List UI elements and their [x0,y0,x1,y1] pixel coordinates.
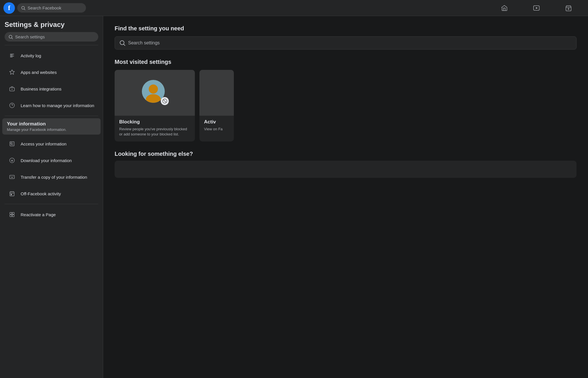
blocking-avatar [142,80,168,106]
svg-rect-26 [10,212,12,214]
apps-websites-icon [7,67,17,77]
sidebar-item-business-integrations[interactable]: Business integrations [2,81,101,97]
transfer-info-label: Transfer a copy of your information [21,175,87,180]
svg-line-31 [124,44,125,46]
sidebar-item-activity-log[interactable]: Activity log [2,48,101,64]
avatar-head [149,84,158,94]
svg-rect-27 [12,212,14,214]
activity-log-label: Activity log [21,53,41,58]
sidebar-search[interactable] [5,32,98,42]
marketplace-nav-button[interactable] [552,1,585,15]
off-facebook-icon [7,188,17,199]
sidebar-item-learn-manage[interactable]: Learn how to manage your information [2,97,101,113]
search-facebook-input[interactable] [28,5,82,10]
svg-line-33 [163,100,166,103]
svg-line-1 [24,9,25,10]
block-badge [161,97,169,105]
transfer-info-icon [7,172,17,182]
main-search-input[interactable] [128,40,572,46]
off-facebook-label: Off-Facebook activity [21,191,61,196]
access-info-icon [7,139,17,149]
business-integrations-icon [7,84,17,94]
top-navigation: f [0,0,588,16]
most-visited-title: Most visited settings [115,59,577,65]
your-information-subtitle: Manage your Facebook information. [7,127,96,132]
svg-point-17 [11,143,12,144]
settings-cards-row: Blocking Review people you've previously… [115,70,577,141]
business-integrations-label: Business integrations [21,86,62,91]
watch-nav-button[interactable] [520,1,552,15]
sidebar-divider-bot [5,204,98,204]
sidebar-item-off-facebook[interactable]: Off-Facebook activity [2,186,101,202]
svg-rect-29 [12,215,14,217]
sidebar-search-icon [9,35,13,39]
main-content: Find the setting you need Most visited s… [103,16,588,378]
access-info-label: Access your information [21,141,66,146]
avatar-body [146,94,161,103]
blocking-card[interactable]: Blocking Review people you've previously… [115,70,195,141]
activity-card-desc: View on Fa [204,127,229,132]
sidebar-divider-top [5,45,98,45]
your-information-title: Your information [7,121,96,127]
svg-point-4 [568,8,569,9]
nav-icons [488,1,585,15]
svg-rect-25 [11,194,12,195]
reactivate-page-label: Reactivate a Page [21,212,56,217]
looking-box [115,161,577,178]
home-nav-button[interactable] [488,1,520,15]
looking-title: Looking for something else? [115,151,577,157]
download-info-icon [7,155,17,166]
main-layout: Settings & privacy Activity log [0,16,588,378]
block-icon [162,99,167,104]
activity-log-icon [7,50,17,61]
sidebar-search-input[interactable] [15,34,94,39]
sidebar-item-apps-websites[interactable]: Apps and websites [2,64,101,80]
your-information-section[interactable]: Your information Manage your Facebook in… [2,118,101,135]
sidebar-item-access-info[interactable]: Access your information [2,136,101,152]
activity-card-image [199,70,234,116]
svg-point-14 [10,103,15,108]
sidebar-item-download-info[interactable]: Download your information [2,152,101,168]
svg-rect-20 [10,175,15,179]
search-icon [21,6,25,10]
blocking-card-body: Blocking Review people you've previously… [115,116,195,141]
svg-rect-21 [10,192,14,196]
svg-rect-28 [10,215,12,217]
main-search-bar[interactable] [115,36,577,50]
activity-card-body: Activ View on Fa [199,116,234,136]
blocking-card-title: Blocking [119,119,190,125]
activity-card-title: Activ [204,119,229,125]
sidebar-divider-mid [5,116,98,116]
sidebar-item-reactivate-page[interactable]: Reactivate a Page [2,206,101,223]
sidebar-item-transfer-info[interactable]: Transfer a copy of your information [2,169,101,185]
reactivate-page-icon [7,209,17,220]
sidebar: Settings & privacy Activity log [0,16,103,378]
find-setting-title: Find the setting you need [115,25,577,32]
facebook-logo[interactable]: f [3,2,15,14]
main-search-icon [119,40,125,46]
search-bar[interactable] [17,3,86,13]
sidebar-title: Settings & privacy [0,21,103,32]
svg-marker-3 [536,7,538,9]
learn-manage-label: Learn how to manage your information [21,103,94,108]
activity-card[interactable]: Activ View on Fa [199,70,234,141]
apps-websites-label: Apps and websites [21,70,57,75]
learn-manage-icon [7,100,17,111]
download-info-label: Download your information [21,158,72,163]
blocking-card-desc: Review people you've previously blocked … [119,127,190,137]
svg-line-6 [12,38,13,39]
blocking-card-image [115,70,195,116]
